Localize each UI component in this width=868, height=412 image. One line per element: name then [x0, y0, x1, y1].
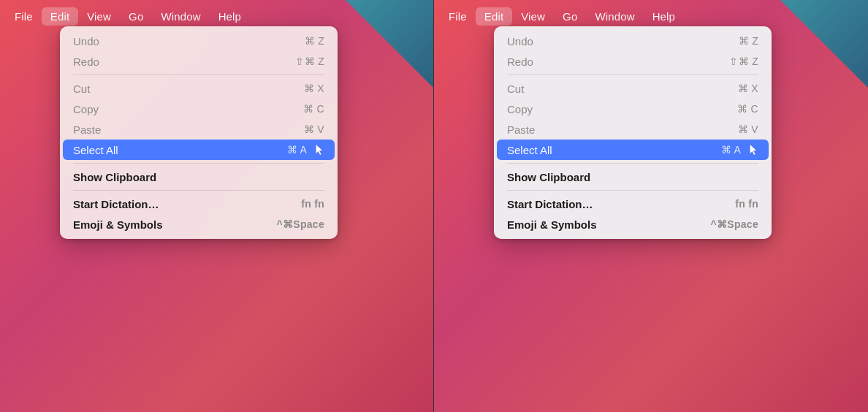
menu-item-redo-left[interactable]: Redo ⇧⌘ Z: [60, 51, 338, 72]
cut-label-left: Cut: [73, 83, 304, 95]
paste-shortcut-left: ⌘ V: [304, 123, 324, 135]
emoji-shortcut-left: ^⌘Space: [277, 218, 324, 230]
menu-item-select-all-right[interactable]: Select All ⌘ A: [497, 140, 769, 160]
right-panel: File Edit View Go Window Help Undo ⌘ Z R…: [434, 0, 868, 412]
separator-3-left: [73, 190, 324, 191]
menubar-item-file-right[interactable]: File: [440, 7, 476, 26]
menubar-item-file-left[interactable]: File: [6, 7, 42, 26]
cut-shortcut-right: ⌘ X: [738, 83, 758, 94]
menubar-item-window-left[interactable]: Window: [152, 7, 209, 26]
menubar-item-go-left[interactable]: Go: [120, 7, 152, 26]
menubar-item-window-right[interactable]: Window: [586, 7, 643, 26]
redo-label-right: Redo: [507, 56, 729, 68]
undo-label-right: Undo: [507, 35, 739, 47]
edit-menu-left: Undo ⌘ Z Redo ⇧⌘ Z Cut ⌘ X Copy ⌘ C Past…: [60, 26, 338, 239]
menubar-item-help-right[interactable]: Help: [644, 7, 684, 26]
left-panel: File Edit View Go Window Help Undo ⌘ Z R…: [0, 0, 434, 412]
undo-shortcut-left: ⌘ Z: [305, 35, 324, 47]
paste-label-right: Paste: [507, 123, 738, 136]
separator-1-left: [73, 75, 324, 75]
cut-shortcut-left: ⌘ X: [304, 83, 324, 94]
menu-item-paste-left[interactable]: Paste ⌘ V: [60, 119, 338, 140]
separator-2-right: [507, 163, 758, 164]
menu-item-show-clipboard-right[interactable]: Show Clipboard: [494, 167, 772, 187]
start-dictation-label-left: Start Dictation…: [73, 198, 301, 210]
show-clipboard-label-left: Show Clipboard: [73, 171, 324, 183]
menu-item-cut-left[interactable]: Cut ⌘ X: [60, 78, 338, 99]
menu-item-emoji-left[interactable]: Emoji & Symbols ^⌘Space: [60, 214, 338, 234]
select-all-shortcut-left: ⌘ A: [287, 144, 307, 156]
emoji-label-left: Emoji & Symbols: [73, 218, 277, 231]
start-dictation-shortcut-right: fn fn: [735, 198, 758, 210]
copy-label-right: Copy: [507, 103, 737, 115]
menubar-item-view-left[interactable]: View: [78, 7, 120, 26]
menu-item-redo-right[interactable]: Redo ⇧⌘ Z: [494, 51, 772, 72]
cut-label-right: Cut: [507, 83, 738, 95]
separator-1-right: [507, 75, 758, 75]
menubar-item-go-right[interactable]: Go: [554, 7, 586, 26]
menu-item-start-dictation-right[interactable]: Start Dictation… fn fn: [494, 194, 772, 214]
select-all-label-left: Select All: [73, 144, 287, 156]
menu-item-show-clipboard-left[interactable]: Show Clipboard: [60, 167, 338, 187]
copy-label-left: Copy: [73, 103, 303, 115]
menu-item-undo-right[interactable]: Undo ⌘ Z: [494, 31, 772, 51]
menubar-item-edit-right[interactable]: Edit: [476, 7, 512, 26]
select-all-shortcut-right: ⌘ A: [721, 144, 741, 156]
cursor-right: [748, 143, 758, 156]
separator-2-left: [73, 163, 324, 164]
paste-label-left: Paste: [73, 123, 304, 136]
menubar-item-view-right[interactable]: View: [512, 7, 554, 26]
redo-shortcut-right: ⇧⌘ Z: [729, 56, 758, 67]
menu-item-copy-right[interactable]: Copy ⌘ C: [494, 99, 772, 119]
show-clipboard-label-right: Show Clipboard: [507, 171, 758, 183]
menubar-item-help-left[interactable]: Help: [210, 7, 250, 26]
paste-shortcut-right: ⌘ V: [738, 123, 758, 135]
menu-item-cut-right[interactable]: Cut ⌘ X: [494, 78, 772, 99]
separator-3-right: [507, 190, 758, 191]
menu-item-select-all-left[interactable]: Select All ⌘ A: [63, 140, 335, 160]
copy-shortcut-right: ⌘ C: [737, 103, 758, 115]
menu-item-emoji-right[interactable]: Emoji & Symbols ^⌘Space: [494, 214, 772, 234]
menu-item-start-dictation-left[interactable]: Start Dictation… fn fn: [60, 194, 338, 214]
emoji-label-right: Emoji & Symbols: [507, 218, 711, 231]
menu-item-paste-right[interactable]: Paste ⌘ V: [494, 119, 772, 140]
menu-item-copy-left[interactable]: Copy ⌘ C: [60, 99, 338, 119]
start-dictation-label-right: Start Dictation…: [507, 198, 735, 210]
redo-label-left: Redo: [73, 56, 295, 68]
menubar-item-edit-left[interactable]: Edit: [42, 7, 78, 26]
emoji-shortcut-right: ^⌘Space: [711, 218, 758, 230]
undo-label-left: Undo: [73, 35, 305, 47]
undo-shortcut-right: ⌘ Z: [739, 35, 758, 47]
copy-shortcut-left: ⌘ C: [303, 103, 324, 115]
cursor-left: [314, 143, 324, 156]
redo-shortcut-left: ⇧⌘ Z: [295, 56, 324, 67]
start-dictation-shortcut-left: fn fn: [301, 198, 324, 210]
edit-menu-right: Undo ⌘ Z Redo ⇧⌘ Z Cut ⌘ X Copy ⌘ C Past…: [494, 26, 772, 239]
select-all-label-right: Select All: [507, 144, 721, 156]
menu-item-undo-left[interactable]: Undo ⌘ Z: [60, 31, 338, 51]
